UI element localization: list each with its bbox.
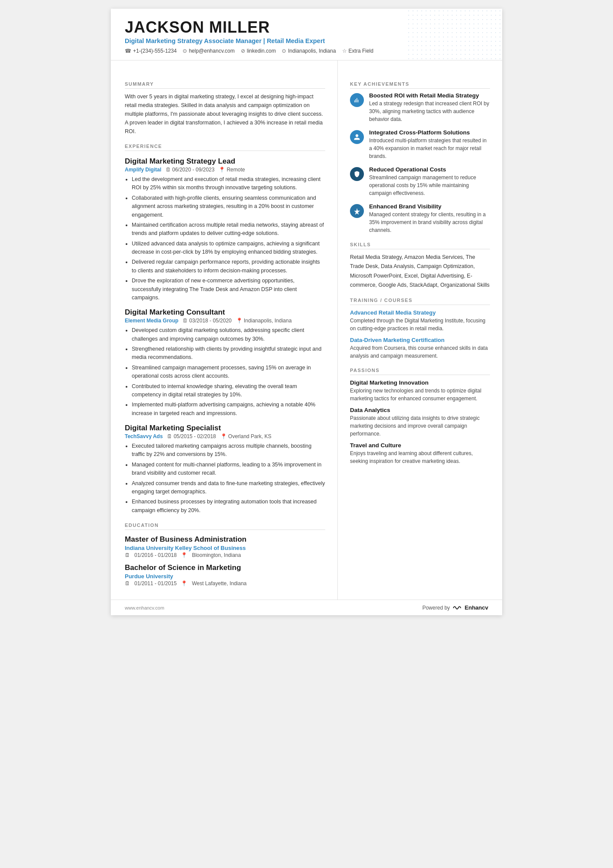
job-location-2: 📍 Indianapolis, Indiana — [236, 318, 292, 324]
training-title-2: Data-Driven Marketing Certification — [350, 337, 490, 343]
pin-icon-2: 📍 — [236, 318, 243, 324]
school-1: Indiana University Kelley School of Busi… — [125, 545, 325, 551]
bullet-item: Collaborated with high-profile clients, … — [132, 194, 325, 219]
job-location-3: 📍 Overland Park, KS — [220, 433, 271, 439]
person-icon — [353, 134, 360, 141]
right-column: KEY ACHIEVEMENTS Boosted ROI with Retail… — [338, 60, 502, 600]
passion-title-1: Digital Marketing Innovation — [350, 379, 490, 386]
footer-website: www.enhancv.com — [125, 605, 164, 610]
passion-title-3: Travel and Culture — [350, 442, 490, 449]
achievement-content-2: Integrated Cross-Platform Solutions Intr… — [369, 129, 490, 160]
achievement-title-1: Boosted ROI with Retail Media Strategy — [369, 92, 490, 99]
bullet-item: Enhanced business processes by integrati… — [132, 498, 325, 515]
resume-footer: www.enhancv.com Powered by Enhancv — [111, 600, 502, 615]
achievements-section-title: KEY ACHIEVEMENTS — [350, 81, 490, 89]
skills-section-title: SKILLS — [350, 242, 490, 249]
achievement-icon-2 — [350, 130, 364, 144]
training-title-1: Advanced Retail Media Strategy — [350, 309, 490, 316]
job-company-1: Amplify Digital — [125, 167, 161, 173]
job-dates-1: 🗓 06/2020 - 09/2023 — [166, 167, 214, 173]
email-icon: ⊙ — [183, 48, 187, 54]
bullet-item: Developed custom digital marketing solut… — [132, 326, 325, 343]
achievement-icon-1 — [350, 93, 364, 107]
contact-location: ⊙ Indianapolis, Indiana — [282, 48, 336, 54]
passion-desc-2: Passionate about utilizing data insights… — [350, 414, 490, 438]
chart-icon — [353, 97, 360, 104]
job-dates-2: 🗓 03/2018 - 05/2020 — [183, 318, 231, 324]
edu-meta-2: 🗓 01/2011 - 01/2015 📍 West Lafayette, In… — [125, 580, 325, 586]
resume-header: JACKSON MILLER Digital Marketing Strateg… — [111, 9, 502, 60]
left-column: SUMMARY With over 5 years in digital mar… — [111, 60, 338, 600]
school-2: Purdue University — [125, 573, 325, 580]
calendar-icon-3: 🗓 — [167, 433, 172, 439]
bullet-item: Managed content for multi-channel platfo… — [132, 461, 325, 478]
bullet-item: Streamlined campaign management processe… — [132, 364, 325, 381]
passions-section-title: PASSIONS — [350, 368, 490, 375]
bullet-item: Maintained certification across multiple… — [132, 221, 325, 238]
footer-brand: Powered by Enhancv — [422, 604, 488, 611]
achievement-1: Boosted ROI with Retail Media Strategy L… — [350, 92, 490, 123]
bullet-item: Executed tailored marketing campaigns ac… — [132, 442, 325, 459]
achievement-content-4: Enhanced Brand Visibility Managed conten… — [369, 203, 490, 234]
job-title-2: Digital Marketing Consultant — [125, 308, 325, 317]
location-icon: ⊙ — [282, 48, 286, 54]
shield-icon — [353, 171, 360, 178]
achievement-2: Integrated Cross-Platform Solutions Intr… — [350, 129, 490, 160]
bullet-item: Utilized advanced data analysis to optim… — [132, 240, 325, 257]
achievement-desc-2: Introduced multi-platform strategies tha… — [369, 137, 490, 160]
passion-title-2: Data Analytics — [350, 407, 490, 413]
edu-meta-1: 🗓 01/2016 - 01/2018 📍 Bloomington, India… — [125, 552, 325, 558]
summary-section-title: SUMMARY — [125, 81, 325, 89]
pin-icon-3: 📍 — [220, 433, 227, 439]
edu-pin-icon-2: 📍 — [181, 580, 187, 586]
bullet-item: Analyzed consumer trends and data to fin… — [132, 479, 325, 496]
training-desc-2: Acquired from Coursera, this course enha… — [350, 344, 490, 360]
contact-phone: ☎ +1-(234)-555-1234 — [125, 48, 177, 54]
calendar-icon-1: 🗓 — [166, 167, 171, 173]
edu-pin-icon-1: 📍 — [181, 552, 187, 558]
achievement-3: Reduced Operational Costs Streamlined ca… — [350, 166, 490, 197]
bullet-item: Delivered regular campaign performance r… — [132, 258, 325, 275]
job-bullets-2: Developed custom digital marketing solut… — [125, 326, 325, 418]
passion-desc-1: Exploring new technologies and trends to… — [350, 387, 490, 402]
pin-icon-1: 📍 — [219, 167, 225, 173]
achievement-content-1: Boosted ROI with Retail Media Strategy L… — [369, 92, 490, 123]
achievement-icon-4 — [350, 204, 364, 218]
degree-1: Master of Business Administration — [125, 535, 325, 544]
achievement-4: Enhanced Brand Visibility Managed conten… — [350, 203, 490, 234]
achievement-desc-4: Managed content strategy for clients, re… — [369, 211, 490, 234]
achievement-desc-3: Streamlined campaign management to reduc… — [369, 174, 490, 197]
candidate-subtitle: Digital Marketing Strategy Associate Man… — [125, 37, 488, 44]
enhancv-brand-name: Enhancv — [465, 604, 488, 611]
achievement-title-2: Integrated Cross-Platform Solutions — [369, 129, 490, 136]
training-desc-1: Completed through the Digital Marketing … — [350, 317, 490, 332]
bullet-item: Strengthened relationship with clients b… — [132, 345, 325, 362]
summary-text: With over 5 years in digital marketing s… — [125, 92, 325, 136]
resume-body: SUMMARY With over 5 years in digital mar… — [111, 60, 502, 600]
education-section-title: EDUCATION — [125, 523, 325, 530]
link-icon: ⊘ — [241, 48, 245, 54]
contact-bar: ☎ +1-(234)-555-1234 ⊙ help@enhancv.com ⊘… — [125, 48, 488, 54]
achievement-icon-3 — [350, 167, 364, 181]
contact-linkedin: ⊘ linkedin.com — [241, 48, 276, 54]
enhancv-logo-icon — [453, 605, 462, 611]
experience-section-title: EXPERIENCE — [125, 144, 325, 151]
job-meta-2: Element Media Group 🗓 03/2018 - 05/2020 … — [125, 318, 325, 324]
bullet-item: Drove the exploration of new e-commerce … — [132, 277, 325, 302]
training-section-title: TRAINING / COURSES — [350, 298, 490, 305]
star-icon-svg — [353, 208, 360, 214]
achievement-desc-1: Led a strategy redesign that increased c… — [369, 100, 490, 123]
job-title-1: Digital Marketing Strategy Lead — [125, 157, 325, 166]
job-bullets-3: Executed tailored marketing campaigns ac… — [125, 442, 325, 515]
job-company-3: TechSavvy Ads — [125, 433, 163, 439]
achievement-content-3: Reduced Operational Costs Streamlined ca… — [369, 166, 490, 197]
degree-2: Bachelor of Science in Marketing — [125, 563, 325, 572]
calendar-icon-2: 🗓 — [183, 318, 188, 324]
job-bullets-1: Led the development and execution of ret… — [125, 175, 325, 302]
star-icon: ☆ — [342, 48, 347, 54]
achievement-title-4: Enhanced Brand Visibility — [369, 203, 490, 210]
job-meta-1: Amplify Digital 🗓 06/2020 - 09/2023 📍 Re… — [125, 167, 325, 173]
job-meta-3: TechSavvy Ads 🗓 05/2015 - 02/2018 📍 Over… — [125, 433, 325, 439]
achievement-title-3: Reduced Operational Costs — [369, 166, 490, 173]
bullet-item: Contributed to internal knowledge sharin… — [132, 382, 325, 399]
